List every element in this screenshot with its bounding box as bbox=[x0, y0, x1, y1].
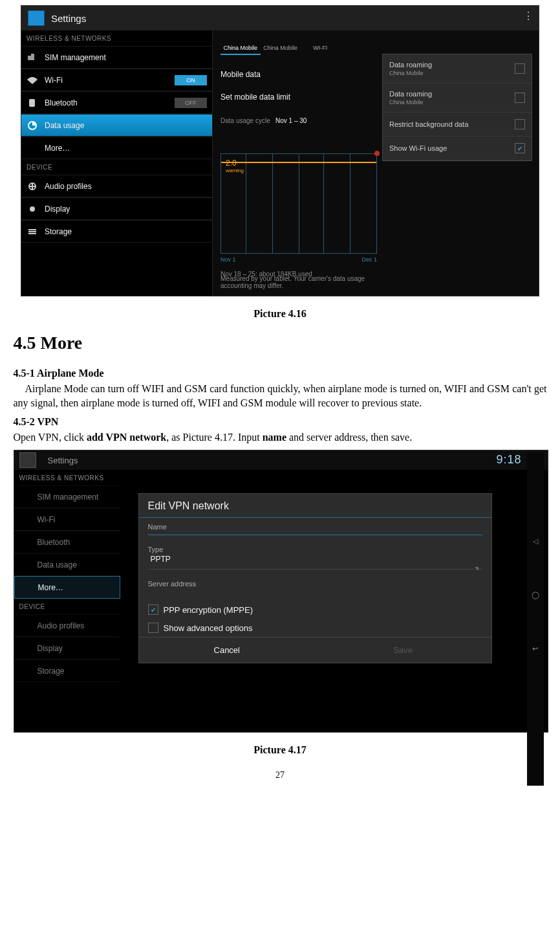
bluetooth-toggle[interactable]: OFF bbox=[175, 98, 207, 108]
type-label: Type bbox=[139, 540, 491, 555]
cycle-value: Nov 1 – 30 bbox=[275, 117, 307, 124]
screenshot-data-usage: Settings ⋮ WIRELESS & NETWORKS SIM manag… bbox=[21, 5, 539, 296]
sidebar-item-sim[interactable]: SIM management bbox=[21, 46, 212, 69]
app-title: Settings bbox=[48, 456, 78, 465]
audio-icon bbox=[19, 621, 31, 630]
sidebar-item-data-usage[interactable]: Data usage bbox=[14, 553, 120, 576]
sim-icon bbox=[19, 493, 31, 502]
save-button[interactable]: Save bbox=[315, 637, 491, 663]
storage-icon bbox=[19, 667, 31, 676]
svg-rect-0 bbox=[28, 56, 34, 60]
wifi-icon bbox=[27, 76, 38, 85]
sidebar-item-more[interactable]: More… bbox=[14, 576, 120, 599]
paragraph-vpn: Open VPN, click add VPN network, as Pict… bbox=[14, 430, 547, 445]
sidebar-item-display[interactable]: Display bbox=[14, 637, 120, 659]
popup-show-wifi[interactable]: Show Wi-Fi usage ✔ bbox=[383, 137, 532, 161]
name-label: Name bbox=[139, 518, 491, 532]
action-bar: Settings bbox=[14, 450, 548, 470]
settings-sidebar: WIRELESS & NETWORKS SIM management Wi-Fi… bbox=[21, 30, 213, 296]
display-icon bbox=[27, 205, 38, 214]
sidebar-item-data-usage[interactable]: Data usage bbox=[21, 114, 212, 137]
figure-caption-1: Picture 4.16 bbox=[14, 308, 547, 320]
checkbox[interactable] bbox=[515, 93, 525, 103]
label: More… bbox=[45, 144, 70, 153]
sidebar-item-bluetooth[interactable]: Bluetooth OFF bbox=[21, 91, 212, 114]
set-limit-row[interactable]: Set mobile data limit bbox=[221, 89, 377, 105]
figure-caption-2: Picture 4.17 bbox=[14, 744, 547, 756]
sidebar-item-audio[interactable]: Audio profiles bbox=[14, 614, 120, 637]
sidebar-item-display[interactable]: Display bbox=[21, 197, 212, 220]
system-nav-bar: ◁ ◯ ↩ bbox=[527, 453, 544, 786]
dropdown-indicator-icon bbox=[475, 567, 479, 571]
section-device: DEVICE bbox=[21, 159, 212, 175]
mobile-data-row[interactable]: Mobile data bbox=[221, 66, 377, 83]
popup-restrict-bg[interactable]: Restrict background data bbox=[383, 113, 532, 137]
label: SIM management bbox=[45, 53, 106, 62]
checkbox[interactable] bbox=[515, 119, 525, 129]
warning-line bbox=[221, 162, 376, 163]
storage-icon bbox=[27, 227, 38, 236]
display-icon bbox=[19, 644, 31, 653]
paragraph-airplane: Airplane Mode can turn off WIFI and GSM … bbox=[14, 382, 547, 411]
type-value[interactable]: PPTP bbox=[139, 555, 491, 566]
label: Storage bbox=[45, 227, 72, 236]
sidebar-item-storage[interactable]: Storage bbox=[21, 220, 212, 243]
dialog-buttons: Cancel Save bbox=[139, 637, 491, 663]
wifi-toggle[interactable]: ON bbox=[175, 75, 207, 85]
tab-carrier-2[interactable]: China Mobile bbox=[261, 42, 301, 55]
usage-graph[interactable]: 2.0warning Nov 1 Dec 1 bbox=[221, 153, 377, 254]
checkbox[interactable] bbox=[148, 623, 158, 633]
sidebar-item-audio[interactable]: Audio profiles bbox=[21, 175, 212, 197]
sidebar-item-sim[interactable]: SIM management bbox=[14, 485, 120, 508]
wifi-icon bbox=[19, 515, 31, 524]
blank-icon bbox=[20, 583, 32, 592]
data-usage-icon bbox=[19, 560, 31, 570]
audio-icon bbox=[27, 182, 38, 191]
cycle-label: Data usage cycle bbox=[221, 117, 270, 124]
status-clock: 9:18 bbox=[496, 453, 521, 467]
warning-label: 2.0warning bbox=[226, 159, 244, 173]
bluetooth-icon bbox=[19, 538, 31, 547]
limit-handle[interactable] bbox=[374, 151, 380, 156]
tab-wifi[interactable]: WI-FI bbox=[300, 42, 340, 55]
cycle-row[interactable]: Data usage cycle Nov 1 – 30 bbox=[221, 113, 377, 128]
ppp-encryption-option[interactable]: ✔ PPP encryption (MPPE) bbox=[139, 601, 491, 619]
type-underline bbox=[148, 569, 482, 570]
sidebar-item-storage[interactable]: Storage bbox=[14, 659, 120, 682]
dialog-title: Edit VPN network bbox=[139, 494, 491, 518]
sidebar-item-more[interactable]: More… bbox=[21, 137, 212, 159]
sidebar-item-wifi[interactable]: Wi-Fi bbox=[14, 508, 120, 531]
page-number: 27 bbox=[14, 770, 547, 780]
edit-vpn-dialog: Edit VPN network Name Type PPTP Server a… bbox=[138, 493, 492, 663]
sidebar-item-wifi[interactable]: Wi-Fi ON bbox=[21, 69, 212, 91]
popup-roaming-2[interactable]: Data roamingChina Mobile bbox=[383, 83, 532, 113]
section-wireless: WIRELESS & NETWORKS bbox=[21, 30, 212, 46]
data-usage-pane: China Mobile China Mobile WI-FI Mobile d… bbox=[213, 30, 539, 296]
popup-roaming-1[interactable]: Data roamingChina Mobile bbox=[383, 54, 532, 83]
checkbox[interactable] bbox=[515, 63, 525, 74]
carrier-tabs: China Mobile China Mobile WI-FI bbox=[221, 42, 340, 55]
svg-rect-2 bbox=[29, 99, 35, 107]
overflow-menu-icon[interactable]: ⋮ bbox=[523, 10, 533, 22]
sidebar-item-bluetooth[interactable]: Bluetooth bbox=[14, 531, 120, 553]
range-end: Dec 1 bbox=[361, 256, 377, 263]
recent-button[interactable]: ↩ bbox=[532, 645, 538, 653]
server-label: Server address bbox=[139, 575, 491, 589]
checkbox-checked[interactable]: ✔ bbox=[515, 143, 525, 153]
show-advanced-option[interactable]: Show advanced options bbox=[139, 619, 491, 637]
usage-disclaimer: Measured by your tablet. Your carrier's … bbox=[221, 275, 377, 289]
name-input[interactable] bbox=[148, 535, 482, 535]
settings-sidebar: WIRELESS & NETWORKS SIM management Wi-Fi… bbox=[14, 470, 120, 732]
range-start: Nov 1 bbox=[221, 256, 236, 263]
back-button[interactable]: ◁ bbox=[533, 537, 538, 546]
section-wireless: WIRELESS & NETWORKS bbox=[14, 470, 120, 485]
label: Audio profiles bbox=[45, 182, 92, 191]
svg-rect-9 bbox=[28, 231, 36, 232]
cancel-button[interactable]: Cancel bbox=[139, 637, 316, 663]
label: Display bbox=[45, 205, 70, 214]
settings-app-icon bbox=[28, 10, 45, 26]
tab-carrier-1[interactable]: China Mobile bbox=[221, 42, 261, 55]
checkbox-checked[interactable]: ✔ bbox=[148, 604, 158, 615]
subsection-airplane: 4.5-1 Airplane Mode bbox=[14, 368, 547, 379]
home-button[interactable]: ◯ bbox=[532, 591, 539, 599]
